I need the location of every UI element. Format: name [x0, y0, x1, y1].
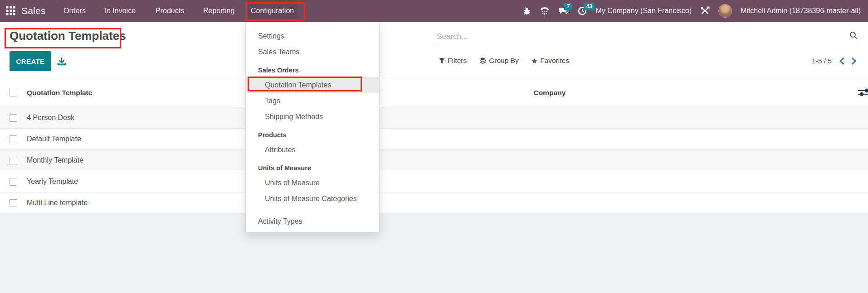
dropdown-item-units-of-measure-categories[interactable]: Units of Measure Categories [246, 191, 379, 207]
debug-tools-icon[interactable] [700, 6, 710, 15]
nav-right: 7 43 My Company (San Francisco) Mitchell… [522, 4, 868, 18]
row-checkbox[interactable] [10, 178, 17, 186]
table-row[interactable]: Multi Line template [0, 192, 868, 214]
list-header: Quotation Template Company [0, 78, 868, 107]
dropdown-section-products: Products [246, 128, 379, 142]
voip-phone-icon[interactable] [540, 6, 550, 15]
row-check-cell [0, 157, 18, 164]
top-nav: Sales Orders To Invoice Products Reporti… [0, 0, 868, 22]
create-button[interactable]: CREATE [10, 51, 51, 71]
row-name: Default Template [18, 135, 231, 143]
avatar[interactable] [718, 4, 732, 18]
nav-menu: Orders To Invoice Products Reporting Con… [0, 0, 499, 22]
dropdown-item-quotation-templates[interactable]: Quotation Templates [246, 77, 379, 93]
debug-tools-icon-svg [700, 6, 710, 15]
dropdown-item-attributes[interactable]: Attributes [246, 142, 379, 158]
filter-bar: Filters Group By ★ Favorites [439, 55, 569, 67]
filters-button[interactable]: Filters [439, 57, 467, 65]
nav-item-to-invoice[interactable]: To Invoice [100, 0, 138, 22]
select-all-cell [0, 89, 18, 96]
row-checkbox[interactable] [10, 135, 17, 143]
nav-item-orders[interactable]: Orders [61, 0, 88, 22]
control-panel: Quotation Templates CREATE Filters [0, 22, 868, 78]
bug-icon-svg [522, 7, 531, 15]
empty-area [0, 214, 868, 293]
row-name: 4 Person Desk [18, 114, 231, 122]
group-by-button[interactable]: Group By [479, 57, 518, 65]
company-switcher[interactable]: My Company (San Francisco) [595, 7, 692, 15]
group-by-label: Group By [489, 57, 518, 65]
user-menu[interactable]: Mitchell Admin (18738396-master-all) [741, 7, 861, 15]
table-row[interactable]: Yearly Template [0, 171, 868, 192]
activities-clock-icon[interactable]: 43 [578, 6, 587, 15]
select-all-checkbox[interactable] [10, 89, 17, 96]
optional-columns-svg [858, 88, 868, 96]
dropdown-section-units-of-measure: Units of Measure [246, 161, 379, 175]
search-input[interactable] [434, 27, 859, 46]
page-title: Quotation Templates [10, 29, 126, 43]
row-check-cell [0, 178, 18, 186]
row-name: Monthly Template [18, 156, 231, 164]
search-icon-svg [849, 31, 858, 40]
pager-previous-icon[interactable] [839, 58, 844, 65]
table-row[interactable]: 4 Person Desk [0, 107, 868, 129]
nav-item-configuration[interactable]: Configuration [248, 0, 297, 22]
row-checkbox[interactable] [10, 114, 17, 122]
pager: 1-5 / 5 [812, 56, 857, 67]
dropdown-item-units-of-measure[interactable]: Units of Measure [246, 175, 379, 191]
table-row[interactable]: Default Template [0, 129, 868, 150]
list-view: Quotation Template Company 4 Person Desk… [0, 78, 868, 293]
pager-next-svg [851, 58, 857, 65]
dropdown-item-settings[interactable]: Settings [246, 28, 379, 44]
bug-icon[interactable] [522, 7, 531, 15]
configuration-dropdown: Settings Sales Teams Sales Orders Quotat… [245, 22, 380, 232]
pager-previous-svg [839, 58, 844, 65]
activities-badge: 43 [584, 3, 595, 10]
pager-range: 1-5 / 5 [812, 57, 832, 65]
row-checkbox[interactable] [10, 157, 17, 164]
export-download-icon[interactable] [55, 56, 68, 68]
nav-item-reporting[interactable]: Reporting [200, 0, 237, 22]
row-check-cell [0, 114, 18, 122]
dropdown-section-sales-orders: Sales Orders [246, 63, 379, 77]
dropdown-item-activity-types[interactable]: Activity Types [246, 213, 379, 229]
row-name: Multi Line template [18, 199, 231, 207]
row-name: Yearly Template [18, 178, 231, 186]
row-checkbox[interactable] [10, 199, 17, 207]
filters-label: Filters [448, 57, 467, 65]
messages-badge: 7 [564, 3, 572, 10]
download-icon-svg [56, 56, 67, 67]
row-check-cell [0, 199, 18, 207]
nav-item-products[interactable]: Products [153, 0, 187, 22]
favorites-label: Favorites [540, 57, 569, 65]
dropdown-item-tags[interactable]: Tags [246, 93, 379, 109]
filter-funnel-icon [439, 58, 445, 64]
search-icon[interactable] [849, 31, 858, 42]
voip-phone-icon-svg [540, 6, 550, 15]
dropdown-item-sales-teams[interactable]: Sales Teams [246, 44, 379, 60]
favorites-button[interactable]: ★ Favorites [532, 57, 569, 65]
group-by-layers-icon [479, 58, 486, 64]
optional-columns-icon[interactable] [858, 88, 868, 98]
row-check-cell [0, 135, 18, 143]
pager-next-icon[interactable] [851, 58, 857, 65]
table-row[interactable]: Monthly Template [0, 150, 868, 171]
favorites-star-icon: ★ [532, 58, 537, 64]
messages-icon[interactable]: 7 [558, 6, 569, 15]
dropdown-item-shipping-methods[interactable]: Shipping Methods [246, 109, 379, 125]
search-area [434, 22, 859, 49]
column-header-quotation-template[interactable]: Quotation Template [18, 89, 231, 97]
